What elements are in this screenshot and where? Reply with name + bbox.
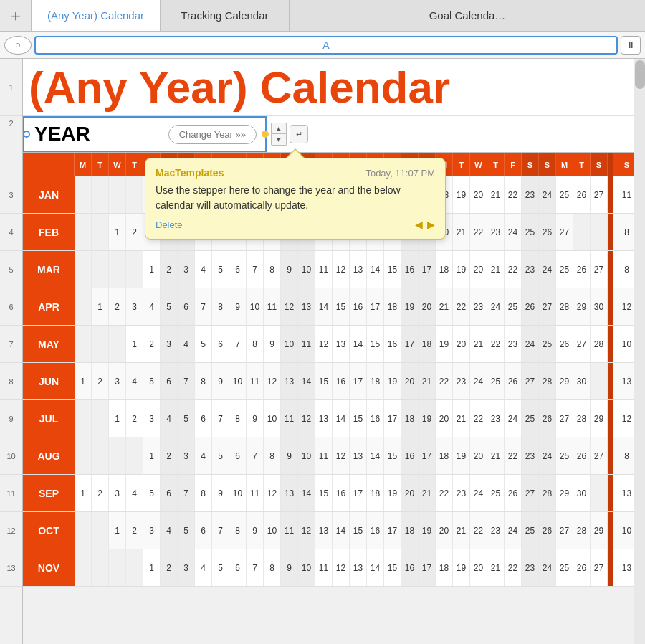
day-cell[interactable]: 2: [161, 549, 178, 586]
day-cell[interactable]: 13: [315, 400, 333, 437]
day-cell[interactable]: 21: [487, 251, 505, 288]
day-cell[interactable]: 10: [247, 288, 264, 325]
day-cell[interactable]: 19: [384, 363, 401, 399]
change-year-button[interactable]: Change Year »»: [168, 125, 257, 144]
day-cell[interactable]: 23: [453, 475, 470, 511]
day-cell[interactable]: 6: [161, 475, 178, 511]
day-cell[interactable]: 23: [522, 437, 539, 474]
day-cell[interactable]: 28: [573, 400, 591, 437]
day-cell[interactable]: 7: [178, 475, 195, 511]
day-cell[interactable]: 17: [419, 251, 436, 288]
day-cell[interactable]: 12: [333, 251, 350, 288]
day-cell[interactable]: 7: [229, 326, 247, 362]
day-cell[interactable]: 13: [350, 549, 367, 586]
day-cell[interactable]: 15: [333, 288, 350, 325]
day-cell[interactable]: 13: [350, 251, 367, 288]
day-cell[interactable]: 4: [161, 400, 178, 437]
day-cell[interactable]: 24: [505, 512, 522, 549]
week-day-cell[interactable]: 10: [613, 512, 634, 549]
day-cell[interactable]: [92, 512, 109, 549]
day-cell[interactable]: 3: [143, 512, 161, 549]
day-cell[interactable]: 8: [264, 437, 281, 474]
tab-any-year[interactable]: (Any Year) Calendar: [32, 0, 161, 31]
day-cell[interactable]: 5: [212, 549, 229, 586]
day-cell[interactable]: 12: [315, 326, 333, 362]
day-cell[interactable]: 6: [178, 288, 195, 325]
day-cell[interactable]: [109, 549, 126, 586]
day-cell[interactable]: 6: [229, 251, 247, 288]
day-cell[interactable]: [126, 176, 143, 213]
day-cell[interactable]: 25: [487, 475, 505, 511]
day-cell[interactable]: 14: [367, 251, 384, 288]
day-cell[interactable]: 20: [436, 512, 453, 549]
day-cell[interactable]: 24: [539, 251, 556, 288]
day-cell[interactable]: 27: [556, 400, 573, 437]
day-cell[interactable]: 20: [470, 176, 487, 213]
day-cell[interactable]: 28: [556, 288, 573, 325]
day-cell[interactable]: 22: [505, 176, 522, 213]
day-cell[interactable]: 14: [298, 363, 315, 399]
day-cell[interactable]: 15: [367, 326, 384, 362]
day-cell[interactable]: 10: [298, 437, 315, 474]
day-cell[interactable]: 22: [436, 363, 453, 399]
day-cell[interactable]: 5: [212, 437, 229, 474]
day-cell[interactable]: 8: [264, 251, 281, 288]
day-cell[interactable]: 6: [161, 363, 178, 399]
day-cell[interactable]: 28: [591, 326, 608, 362]
day-cell[interactable]: 10: [264, 512, 281, 549]
day-cell[interactable]: 9: [281, 437, 298, 474]
day-cell[interactable]: 16: [350, 288, 367, 325]
day-cell[interactable]: 6: [229, 549, 247, 586]
day-cell[interactable]: 27: [591, 437, 608, 474]
day-cell[interactable]: 23: [505, 326, 522, 362]
day-cell[interactable]: 19: [453, 176, 470, 213]
day-cell[interactable]: 5: [212, 251, 229, 288]
day-cell[interactable]: 21: [436, 288, 453, 325]
day-cell[interactable]: 24: [505, 214, 522, 250]
day-cell[interactable]: 21: [470, 326, 487, 362]
day-cell[interactable]: 3: [178, 251, 195, 288]
day-cell[interactable]: 15: [384, 251, 401, 288]
day-cell[interactable]: [573, 214, 591, 250]
day-cell[interactable]: 12: [281, 288, 298, 325]
day-cell[interactable]: 25: [556, 437, 573, 474]
day-cell[interactable]: [126, 549, 143, 586]
day-cell[interactable]: 19: [453, 251, 470, 288]
day-cell[interactable]: 8: [195, 363, 212, 399]
day-cell[interactable]: 12: [264, 475, 281, 511]
day-cell[interactable]: 19: [419, 512, 436, 549]
day-cell[interactable]: 27: [573, 326, 591, 362]
day-cell[interactable]: 10: [298, 549, 315, 586]
day-cell[interactable]: 1: [126, 326, 143, 362]
day-cell[interactable]: 25: [556, 549, 573, 586]
day-cell[interactable]: 1: [75, 475, 92, 511]
day-cell[interactable]: 18: [419, 326, 436, 362]
day-cell[interactable]: 17: [401, 326, 419, 362]
day-cell[interactable]: 7: [212, 400, 229, 437]
day-cell[interactable]: 3: [161, 326, 178, 362]
day-cell[interactable]: 27: [591, 176, 608, 213]
day-cell[interactable]: [591, 475, 608, 511]
day-cell[interactable]: 22: [505, 549, 522, 586]
day-cell[interactable]: 10: [281, 326, 298, 362]
day-cell[interactable]: 17: [419, 437, 436, 474]
day-cell[interactable]: 16: [333, 475, 350, 511]
day-cell[interactable]: 3: [178, 437, 195, 474]
day-cell[interactable]: 27: [556, 512, 573, 549]
day-cell[interactable]: [109, 251, 126, 288]
day-cell[interactable]: 1: [75, 363, 92, 399]
day-cell[interactable]: 8: [264, 549, 281, 586]
day-cell[interactable]: 20: [419, 288, 436, 325]
day-cell[interactable]: 4: [195, 251, 212, 288]
day-cell[interactable]: 4: [178, 326, 195, 362]
day-cell[interactable]: 17: [367, 288, 384, 325]
day-cell[interactable]: 30: [573, 363, 591, 399]
day-cell[interactable]: 27: [539, 288, 556, 325]
day-cell[interactable]: [75, 512, 92, 549]
day-cell[interactable]: 24: [505, 400, 522, 437]
day-cell[interactable]: 25: [487, 363, 505, 399]
day-cell[interactable]: 15: [350, 400, 367, 437]
day-cell[interactable]: 1: [109, 214, 126, 250]
day-cell[interactable]: 11: [264, 288, 281, 325]
day-cell[interactable]: 12: [333, 549, 350, 586]
